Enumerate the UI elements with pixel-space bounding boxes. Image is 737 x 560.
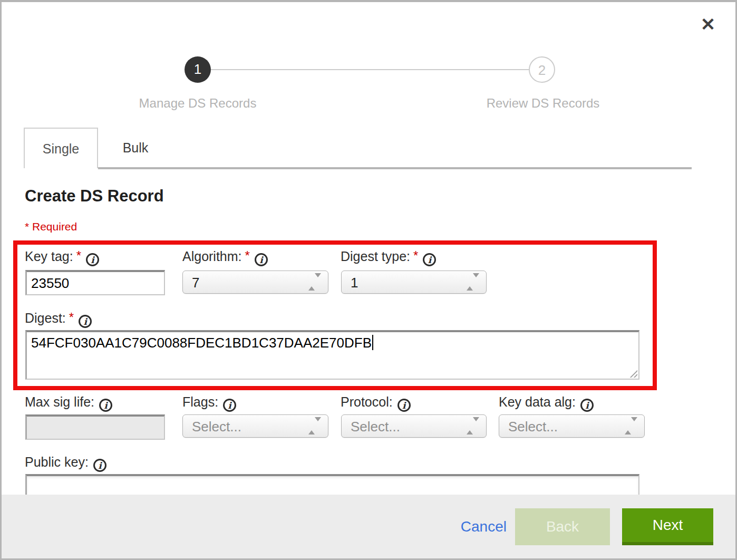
next-button[interactable]: Next [622,508,713,545]
digest-type-select-value: 1 [351,275,358,291]
digest-type-select[interactable]: 1 [341,271,487,294]
back-button[interactable]: Back [515,508,610,545]
key-tag-info-icon[interactable]: i [86,253,99,266]
select-spinner-icon [625,421,637,431]
select-spinner-icon [467,421,479,431]
digest-type-label-text: Digest type: [341,249,410,264]
algorithm-info-icon[interactable]: i [255,253,268,266]
required-note: * Required [25,220,77,233]
key-tag-label: Key tag:*i [25,249,99,266]
digest-type-required-star: * [413,248,418,263]
key-data-alg-select-value: Select... [508,419,558,435]
flags-label: Flags:i [182,394,236,412]
key-tag-label-text: Key tag: [25,249,73,264]
digest-label: Digest:*i [25,311,92,328]
key-data-alg-label-text: Key data alg: [499,394,576,409]
flags-select-value: Select... [192,419,241,435]
digest-required-star: * [69,310,74,324]
max-sig-life-label: Max sig life:i [25,394,112,412]
key-tag-input[interactable]: 23550 [25,270,165,295]
digest-type-info-icon[interactable]: i [423,253,436,266]
public-key-info-icon[interactable]: i [93,459,106,472]
algorithm-select-value: 7 [192,275,199,291]
dialog-footer: Cancel Back Next [2,495,735,558]
digest-info-icon[interactable]: i [79,315,92,328]
digest-textarea-value: 54FCF030AA1C79C0088FDEC1BD1C37DAA2E70DFB [31,335,372,351]
step-2-label: Review DS Records [487,96,600,111]
algorithm-label-text: Algorithm: [182,249,242,264]
key-data-alg-label: Key data alg:i [499,394,594,412]
protocol-select[interactable]: Select... [341,414,487,438]
algorithm-required-star: * [245,248,250,263]
step-2-circle: 2 [529,56,555,83]
digest-label-text: Digest: [25,311,66,325]
create-ds-record-dialog: ✕ 1 2 Manage DS Records Review DS Record… [0,0,737,560]
tab-bottom-border [98,167,692,169]
algorithm-select[interactable]: 7 [182,271,328,294]
close-icon[interactable]: ✕ [696,13,720,36]
key-tag-required-star: * [76,248,81,263]
cancel-button[interactable]: Cancel [461,518,507,535]
public-key-label: Public key:i [25,455,106,472]
max-sig-life-info-icon[interactable]: i [99,399,112,412]
key-data-alg-select[interactable]: Select... [499,414,645,438]
flags-info-icon[interactable]: i [223,399,236,412]
step-1-label: Manage DS Records [139,96,257,111]
select-spinner-icon [308,421,321,431]
flags-select[interactable]: Select... [182,414,328,438]
step-1-circle: 1 [185,56,211,83]
max-sig-life-label-text: Max sig life: [25,394,94,409]
max-sig-life-input[interactable] [25,414,165,440]
protocol-select-value: Select... [351,419,400,435]
select-spinner-icon [308,277,321,287]
algorithm-label: Algorithm:*i [182,249,268,266]
select-spinner-icon [467,277,479,287]
digest-textarea[interactable]: 54FCF030AA1C79C0088FDEC1BD1C37DAA2E70DFB [25,330,639,380]
protocol-label-text: Protocol: [341,394,393,409]
resize-handle-icon[interactable] [628,369,637,378]
key-data-alg-info-icon[interactable]: i [580,399,594,412]
text-cursor [372,335,373,350]
flags-label-text: Flags: [182,394,218,409]
tab-bulk[interactable]: Bulk [98,128,173,168]
protocol-info-icon[interactable]: i [397,399,411,412]
digest-type-label: Digest type:*i [341,249,436,266]
tab-single[interactable]: Single [24,128,98,168]
protocol-label: Protocol:i [341,394,411,412]
public-key-label-text: Public key: [25,455,89,469]
page-title: Create DS Record [25,187,164,206]
step-connector-line [211,69,529,70]
